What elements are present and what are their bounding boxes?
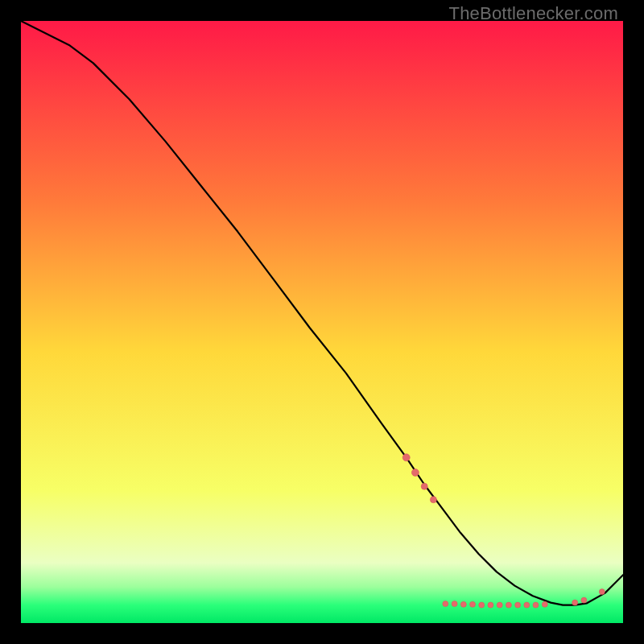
chart-svg bbox=[21, 21, 623, 623]
data-marker bbox=[488, 602, 493, 608]
chart-background-gradient bbox=[21, 21, 623, 623]
data-marker bbox=[402, 454, 410, 461]
data-marker bbox=[515, 602, 521, 608]
chart-frame bbox=[21, 21, 623, 623]
data-marker bbox=[470, 601, 476, 607]
data-marker bbox=[452, 601, 457, 607]
data-marker bbox=[421, 483, 427, 489]
data-marker bbox=[506, 602, 511, 608]
data-marker bbox=[443, 601, 448, 607]
data-marker bbox=[430, 497, 436, 503]
data-marker bbox=[524, 602, 530, 608]
data-marker bbox=[599, 589, 605, 595]
data-marker bbox=[479, 602, 485, 608]
data-marker bbox=[460, 601, 466, 607]
data-marker bbox=[497, 602, 502, 608]
data-marker bbox=[411, 469, 419, 477]
data-marker bbox=[581, 597, 587, 603]
data-marker bbox=[533, 602, 539, 608]
data-marker bbox=[572, 600, 578, 605]
data-marker bbox=[542, 601, 547, 607]
